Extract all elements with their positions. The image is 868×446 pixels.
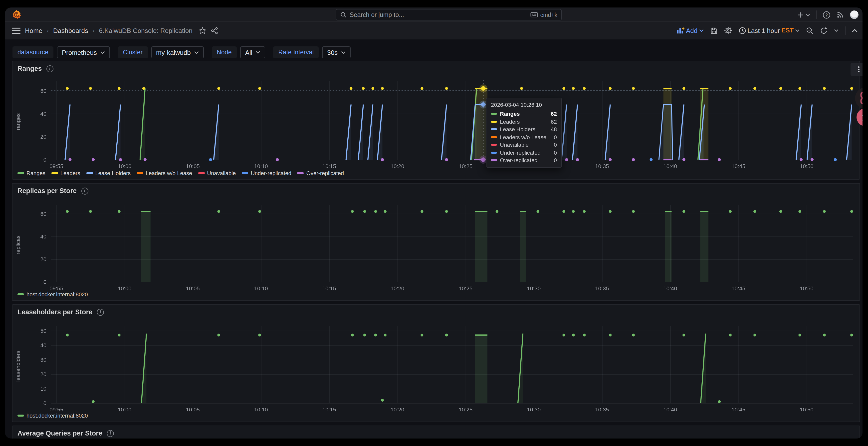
collapse-toolbar-button[interactable]: [852, 29, 858, 32]
tooltip-swatch: [491, 128, 497, 130]
variable-label: datasource: [12, 46, 54, 58]
screenshot-stage: Search or jump to... cmd+k: [0, 0, 868, 446]
breadcrumb-separator: ›: [47, 28, 49, 33]
search-input[interactable]: Search or jump to... cmd+k: [336, 9, 562, 21]
info-icon[interactable]: i: [97, 309, 104, 315]
panel-menu-button[interactable]: [850, 63, 863, 76]
info-icon[interactable]: i: [81, 187, 88, 194]
chart-tooltip: 2026-03-04 10:26:10 Ranges62 Leaders62 L…: [486, 98, 562, 168]
panel-title: Ranges: [18, 65, 42, 72]
tooltip-swatch: [491, 159, 497, 161]
tooltip-row: Leaders w/o Lease0: [491, 134, 557, 140]
chevron-down-icon: [699, 29, 704, 32]
legend-item[interactable]: Leaders w/o Lease: [136, 170, 192, 176]
leaseholders-chart[interactable]: [13, 305, 860, 411]
legend-item[interactable]: Over-replicated: [298, 170, 344, 176]
variable-label: Rate Interval: [273, 46, 319, 58]
search-shortcut: cmd+k: [530, 12, 557, 18]
legend-item[interactable]: Unavailable: [198, 170, 236, 176]
sparkle-icon: [860, 111, 863, 123]
save-icon: [710, 27, 717, 34]
ranges-chart[interactable]: [13, 62, 860, 169]
panel-average-queries-per-store: Average Queries per Store i: [12, 425, 860, 439]
chevron-down-icon: [834, 29, 839, 32]
datasource-select[interactable]: Prometheus: [57, 46, 110, 58]
breadcrumb-current: 6.KaiwuDB Console: Replication: [99, 27, 192, 34]
time-range-picker[interactable]: Last 1 hour EST: [738, 27, 800, 34]
tooltip-row: Over-replicated0: [491, 157, 557, 163]
breadcrumb-home[interactable]: Home: [25, 27, 42, 34]
legend-item[interactable]: host.docker.internal:8020: [18, 291, 88, 297]
ranges-legend: Ranges Leaders Lease Holders Leaders w/o…: [18, 170, 344, 176]
dashboard-settings-button[interactable]: [724, 27, 732, 34]
panel-title: Leaseholders per Store: [18, 308, 92, 316]
panel-leaseholders-per-store: Leaseholders per Store i host.docker.int…: [12, 304, 860, 422]
legend-item[interactable]: host.docker.internal:8020: [18, 413, 88, 418]
panel-title: Replicas per Store: [18, 187, 77, 195]
panel-ranges: Ranges i Ranges Leaders Lease Holders Le…: [12, 61, 860, 180]
info-icon[interactable]: i: [107, 430, 114, 437]
leaseholders-legend: host.docker.internal:8020: [18, 413, 88, 418]
legend-item[interactable]: Lease Holders: [86, 170, 131, 176]
replicas-chart[interactable]: [13, 184, 860, 290]
news-button[interactable]: [837, 11, 844, 19]
search-icon: [340, 11, 347, 18]
legend-swatch: [298, 172, 304, 174]
info-icon[interactable]: i: [46, 65, 54, 72]
share-icon[interactable]: [211, 27, 218, 34]
rate-interval-select[interactable]: 30s: [322, 46, 350, 58]
legend-swatch: [18, 293, 24, 295]
refresh-interval-dropdown[interactable]: [834, 29, 839, 32]
svg-text:?: ?: [825, 12, 828, 17]
divider: [845, 26, 845, 35]
chevron-down-icon: [100, 51, 105, 54]
divider: [816, 10, 816, 19]
replicas-legend: host.docker.internal:8020: [18, 291, 88, 297]
panel-replicas-per-store: Replicas per Store i host.docker.interna…: [12, 183, 860, 301]
variable-rate-interval: Rate Interval 30s: [273, 46, 351, 58]
tooltip-row: Unavailable0: [491, 142, 557, 148]
zoom-out-button[interactable]: [806, 27, 813, 34]
cluster-select[interactable]: my-kaiwudb: [151, 46, 204, 58]
legend-swatch: [18, 415, 24, 417]
favorite-star-icon[interactable]: [199, 27, 207, 34]
grafana-app: Search or jump to... cmd+k: [5, 7, 863, 439]
stacked-squares-icon: [860, 92, 863, 105]
variable-label: Cluster: [118, 46, 148, 58]
help-button[interactable]: ?: [823, 11, 831, 19]
add-panel-icon: [677, 27, 684, 34]
user-avatar[interactable]: [850, 10, 859, 19]
legend-item[interactable]: Ranges: [18, 170, 45, 176]
legend-swatch: [242, 172, 248, 174]
tooltip-timestamp: 2026-03-04 10:26:10: [491, 102, 557, 108]
chevron-down-icon: [806, 13, 810, 16]
legend-item[interactable]: Under-replicated: [242, 170, 291, 176]
dashboard-variables-row: datasource Prometheus Cluster my-kaiwudb…: [5, 39, 863, 61]
zoom-out-icon: [806, 27, 813, 34]
legend-item[interactable]: Leaders: [52, 170, 81, 176]
legend-swatch: [52, 172, 58, 174]
add-panel-button[interactable]: Add: [677, 27, 704, 34]
new-item-button[interactable]: [797, 11, 810, 18]
variable-label: Node: [212, 46, 237, 58]
legend-swatch: [136, 172, 143, 174]
menu-toggle-icon[interactable]: [12, 27, 21, 34]
tooltip-row: Under-replicated0: [491, 149, 557, 156]
keyboard-icon: [530, 12, 538, 18]
tooltip-row: Leaders62: [491, 118, 557, 125]
breadcrumb-dashboards[interactable]: Dashboards: [53, 27, 88, 34]
refresh-icon: [820, 27, 828, 34]
tooltip-swatch: [491, 151, 497, 153]
grafana-logo-icon[interactable]: [11, 9, 22, 20]
legend-swatch: [86, 172, 93, 174]
rss-icon: [837, 11, 844, 19]
chevron-down-icon: [341, 51, 346, 54]
chevron-down-icon: [194, 51, 199, 54]
tooltip-row: Ranges62: [491, 111, 557, 117]
tooltip-row: Lease Holders48: [491, 126, 557, 132]
plus-icon: [797, 11, 804, 18]
legend-swatch: [18, 172, 24, 174]
save-dashboard-button[interactable]: [710, 27, 717, 34]
node-select[interactable]: All: [240, 46, 266, 58]
refresh-button[interactable]: [820, 27, 828, 34]
